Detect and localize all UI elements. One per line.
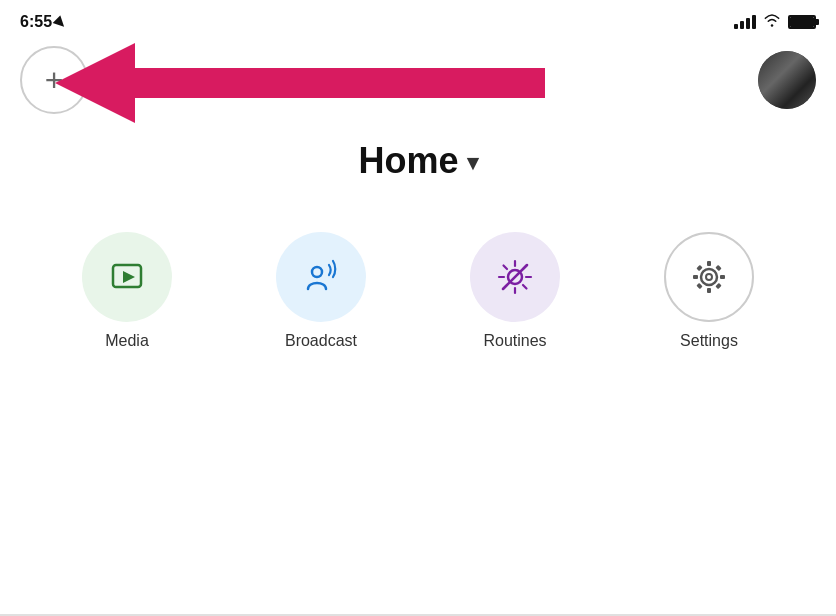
plus-icon: + — [45, 62, 64, 99]
svg-rect-19 — [720, 275, 725, 279]
menu-item-media[interactable]: Media — [67, 232, 187, 350]
svg-marker-2 — [123, 271, 135, 283]
media-icon-circle — [82, 232, 172, 322]
svg-rect-22 — [696, 283, 702, 289]
home-title-container: Home ▾ — [0, 120, 836, 212]
svg-line-10 — [523, 285, 527, 289]
svg-line-9 — [504, 266, 508, 270]
battery-fill — [790, 17, 814, 27]
avatar[interactable] — [758, 51, 816, 109]
svg-rect-16 — [707, 261, 711, 266]
avatar-image — [758, 51, 816, 109]
time-text: 6:55 — [20, 13, 52, 31]
chevron-down-icon: ▾ — [467, 150, 478, 176]
settings-icon — [687, 255, 731, 299]
svg-rect-21 — [715, 265, 721, 271]
add-button[interactable]: + — [20, 46, 88, 114]
status-time: 6:55 ▶ — [20, 13, 66, 31]
status-icons — [734, 12, 816, 32]
svg-point-3 — [312, 267, 322, 277]
svg-rect-23 — [715, 283, 721, 289]
svg-rect-17 — [707, 288, 711, 293]
broadcast-icon — [299, 257, 343, 297]
menu-item-settings[interactable]: Settings — [649, 232, 769, 350]
location-icon: ▶ — [52, 13, 70, 31]
wifi-icon — [762, 12, 782, 32]
settings-icon-circle — [664, 232, 754, 322]
menu-item-routines[interactable]: Routines — [455, 232, 575, 350]
media-label: Media — [105, 332, 149, 350]
home-title[interactable]: Home ▾ — [358, 140, 477, 182]
broadcast-label: Broadcast — [285, 332, 357, 350]
signal-bars-icon — [734, 15, 756, 29]
svg-rect-20 — [696, 265, 702, 271]
top-bar: + — [0, 40, 836, 120]
broadcast-icon-circle — [276, 232, 366, 322]
settings-label: Settings — [680, 332, 738, 350]
svg-point-14 — [701, 269, 717, 285]
routines-icon — [493, 255, 537, 299]
menu-item-broadcast[interactable]: Broadcast — [261, 232, 381, 350]
menu-grid: Media Broadcast — [0, 212, 836, 380]
svg-rect-18 — [693, 275, 698, 279]
status-bar: 6:55 ▶ — [0, 0, 836, 40]
home-label: Home — [358, 140, 458, 182]
media-icon — [107, 257, 147, 297]
battery-icon — [788, 15, 816, 29]
svg-point-15 — [706, 274, 712, 280]
routines-icon-circle — [470, 232, 560, 322]
routines-label: Routines — [483, 332, 546, 350]
